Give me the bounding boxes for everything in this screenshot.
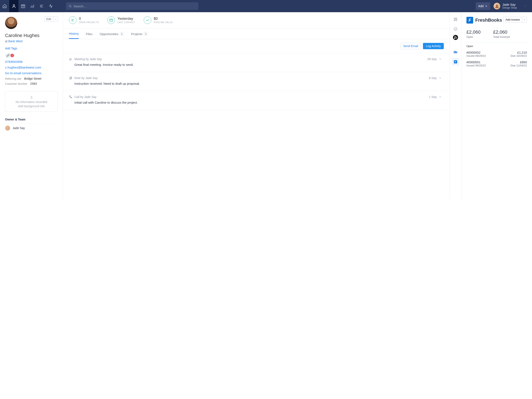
invoice-issued: Issued 09/20/22 <box>466 64 486 67</box>
invoice-due: Due 10/29/22 <box>511 54 527 57</box>
email-conversations-link[interactable]: Go to email conversations <box>5 71 58 75</box>
user-avatar <box>494 3 500 9</box>
chevron-down-icon[interactable] <box>439 77 442 79</box>
linked-items-badge[interactable]: 1 <box>5 53 15 58</box>
user-menu[interactable]: Jade Say Design Shop <box>494 3 526 9</box>
main-layout: Edit Caroline Hughes at Bank West Add Ta… <box>0 12 532 200</box>
tab-files[interactable]: Files <box>86 32 93 39</box>
log-activity-button[interactable]: Log Activity <box>423 43 444 49</box>
linked-count: 1 <box>11 54 14 57</box>
svg-point-6 <box>70 58 71 59</box>
top-nav: Add Jade Say Design Shop <box>0 0 532 12</box>
nav-activity[interactable] <box>46 0 56 12</box>
svg-point-0 <box>13 5 14 6</box>
projects-icon <box>71 18 75 22</box>
global-search[interactable] <box>66 2 198 10</box>
activity-header[interactable]: Call by Jade Say 1 Sep <box>69 95 444 99</box>
kpi-last-contact[interactable]: Yesterday Last Contact <box>107 16 135 24</box>
activity-panel: 0 Open Projects Yesterday Last Contact $… <box>63 12 450 200</box>
owner-name: Jade Say <box>13 126 25 130</box>
chevron-down-icon[interactable] <box>439 96 442 98</box>
contact-name: Caroline Hughes <box>5 33 58 38</box>
activity-body: Instruction received. Need to draft up p… <box>74 82 444 85</box>
invoice-issued: Issued 09/29/22 <box>466 54 486 57</box>
user-name: Jade Say <box>502 3 517 6</box>
nav-lists[interactable] <box>37 0 46 12</box>
add-button[interactable]: Add <box>476 2 490 10</box>
phone-icon <box>69 95 72 99</box>
activity-label: Note by Jade Say <box>74 76 98 80</box>
svg-rect-9 <box>454 18 455 19</box>
kpi-circle <box>107 16 115 24</box>
tab-history[interactable]: History <box>69 32 79 39</box>
stat-label: Total Invoiced <box>493 35 510 39</box>
add-tags-link[interactable]: Add Tags <box>5 47 17 50</box>
send-email-button[interactable]: Send Email <box>400 43 421 49</box>
invoice-row[interactable]: #0000002 Issued 09/29/22 £1,210 Due 10/2… <box>466 51 527 57</box>
invoice-row[interactable]: #0000001 Issued 09/20/22 £850 Due 11/04/… <box>466 60 527 67</box>
owner-row[interactable]: Jade Say <box>5 126 58 130</box>
nav-pipeline[interactable] <box>28 0 37 12</box>
edit-button[interactable]: Edit <box>44 16 53 22</box>
activity-header[interactable]: Note by Jade Say 8 Sep <box>69 76 444 80</box>
add-invoice-dropdown[interactable] <box>522 17 527 22</box>
search-input[interactable] <box>73 4 196 8</box>
top-nav-icons <box>0 0 56 12</box>
invoice-section-label: Open <box>466 45 527 48</box>
tab-projects[interactable]: Projects 0 <box>131 32 148 39</box>
contact-email[interactable]: c.hughes@bankwest.com <box>5 66 58 69</box>
strip-outlook[interactable] <box>452 48 459 56</box>
chevron-down-icon[interactable] <box>439 58 442 61</box>
tab-opportunities[interactable]: Opportunities 0 <box>100 32 124 39</box>
referring-site-row: Referring site Bridge Street <box>5 77 58 80</box>
company-link[interactable]: Bank West <box>8 39 22 43</box>
background-info-box[interactable]: No information recorded Add background i… <box>5 91 58 112</box>
stat-value: £2,060 <box>493 29 510 35</box>
kpi-pipeline[interactable]: $0 Pipeline Value <box>144 16 173 24</box>
strip-tasks[interactable] <box>452 25 459 33</box>
at-prefix: at <box>5 39 7 43</box>
tab-count: 0 <box>120 32 124 36</box>
freshbooks-brand: FreshBooks <box>475 18 502 23</box>
user-meta: Jade Say Design Shop <box>502 3 517 9</box>
kpi-open-projects[interactable]: 0 Open Projects <box>69 16 99 24</box>
note-icon <box>69 76 72 80</box>
svg-point-2 <box>69 5 71 7</box>
customer-number-row: Customer Number 2563 <box>5 82 58 85</box>
stat-open: £2,060 Open <box>466 29 481 39</box>
nav-contacts[interactable] <box>9 0 19 12</box>
kpi-label: Open Projects <box>79 21 99 24</box>
freshbooks-stats: £2,060 Open £2,060 Total Invoiced <box>466 29 527 39</box>
list-icon <box>39 4 44 8</box>
contact-phone[interactable]: 0783692696 <box>5 60 58 64</box>
strip-rss[interactable] <box>453 35 458 40</box>
svg-point-7 <box>71 58 72 59</box>
edit-dropdown[interactable] <box>53 16 58 22</box>
contact-avatar <box>5 17 17 29</box>
tab-label: Projects <box>131 32 142 36</box>
contact-info: 0783692696 c.hughes@bankwest.com Go to e… <box>5 60 58 75</box>
stat-total: £2,060 Total Invoiced <box>493 29 510 39</box>
person-placeholder-icon <box>30 95 33 99</box>
strip-apps[interactable] <box>452 16 459 23</box>
plus-icon <box>485 5 488 7</box>
activity-item: Note by Jade Say 8 Sep Instruction recei… <box>63 72 450 91</box>
activity-label: Meeting by Jade Say <box>74 57 102 61</box>
rss-icon <box>453 35 458 39</box>
outlook-icon <box>453 50 458 54</box>
activity-header[interactable]: Meeting by Jade Say 28 Sep <box>69 57 444 61</box>
strip-freshbooks[interactable]: F <box>452 58 459 66</box>
nav-calendar[interactable] <box>19 0 28 12</box>
customer-number-label: Customer Number <box>5 82 27 85</box>
kpi-row: 0 Open Projects Yesterday Last Contact $… <box>63 12 450 28</box>
activity-item: Call by Jade Say 1 Sep Initial call with… <box>63 91 450 110</box>
freshbooks-header: F FreshBooks Add Invoice <box>466 17 527 24</box>
kpi-circle <box>69 16 76 24</box>
chevron-down-icon <box>55 18 57 20</box>
add-invoice-button[interactable]: Add Invoice <box>503 17 522 22</box>
invoice-due: Due 11/04/22 <box>511 64 527 67</box>
nav-home[interactable] <box>0 0 9 12</box>
referring-site-value: Bridge Street <box>24 77 41 80</box>
svg-point-13 <box>454 27 457 31</box>
svg-rect-10 <box>456 18 457 19</box>
